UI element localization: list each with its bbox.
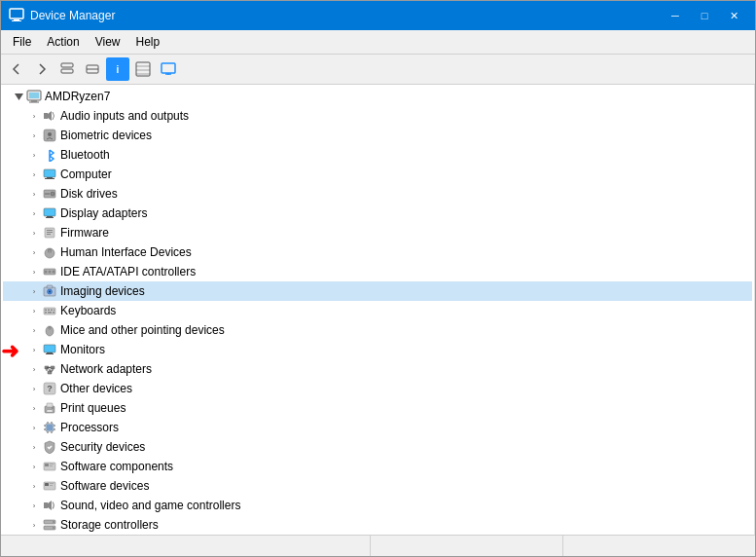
tree-root-item[interactable]: AMDRyzen7	[3, 87, 752, 106]
computer-expand-icon[interactable]: ›	[26, 167, 42, 182]
biometric-label: Biometric devices	[60, 129, 152, 142]
svg-rect-51	[48, 310, 50, 312]
sound-expand-icon[interactable]: ›	[26, 498, 42, 513]
print-expand-icon[interactable]: ›	[26, 400, 42, 416]
print-label: Print queues	[60, 401, 126, 415]
svg-rect-75	[47, 410, 53, 412]
monitors-expand-icon[interactable]: ›	[26, 342, 42, 357]
processors-expand-icon[interactable]: ›	[26, 420, 42, 435]
network-expand-icon[interactable]: ›	[26, 361, 42, 377]
audio-expand-icon[interactable]: ›	[26, 108, 42, 124]
toolbar-forward-button[interactable]	[30, 57, 54, 81]
tree-item-imaging[interactable]: › Imaging devices	[3, 281, 752, 301]
svg-marker-16	[15, 93, 23, 100]
root-expand-icon[interactable]	[11, 89, 26, 104]
biometric-expand-icon[interactable]: ›	[26, 128, 42, 143]
ide-label: IDE ATA/ATAPI controllers	[60, 265, 196, 278]
sound-icon	[42, 498, 57, 513]
display-icon	[42, 205, 57, 221]
tree-item-security[interactable]: › Security devices	[3, 437, 752, 457]
svg-marker-22	[48, 111, 52, 121]
other-expand-icon[interactable]: ›	[26, 381, 42, 396]
toolbar-properties-button[interactable]: i	[106, 57, 129, 81]
tree-item-display[interactable]: › Display adapters	[3, 204, 752, 223]
ide-expand-icon[interactable]: ›	[26, 264, 42, 279]
biometric-icon	[42, 128, 57, 143]
menu-help[interactable]: Help	[128, 32, 168, 52]
svg-rect-18	[29, 93, 39, 98]
menu-file[interactable]: File	[5, 32, 39, 52]
software-components-expand-icon[interactable]: ›	[26, 459, 42, 474]
disk-expand-icon[interactable]: ›	[26, 186, 42, 202]
tree-item-monitors[interactable]: › Monitors	[3, 340, 752, 359]
tree-item-sound[interactable]: › Sound, video and game controllers	[3, 496, 752, 515]
minimize-button[interactable]: ─	[662, 7, 689, 24]
svg-rect-27	[45, 178, 54, 179]
menu-action[interactable]: Action	[39, 32, 87, 52]
software-devices-label: Software devices	[60, 479, 149, 493]
processors-label: Processors	[60, 421, 119, 434]
tree-item-mice[interactable]: › Mice and other pointing devices	[3, 320, 752, 340]
toolbar-back-button[interactable]	[5, 57, 28, 81]
close-button[interactable]: ✕	[720, 7, 747, 24]
tree-item-keyboards[interactable]: › Keyboards	[3, 301, 752, 320]
svg-point-24	[48, 132, 52, 136]
keyboards-expand-icon[interactable]: ›	[26, 303, 42, 318]
network-label: Network adapters	[60, 362, 152, 376]
svg-point-43	[49, 271, 52, 274]
print-icon	[42, 400, 57, 416]
tree-item-computer[interactable]: › Computer	[3, 165, 752, 184]
tree-view[interactable]: ➜ AMDRyzen7	[1, 85, 755, 535]
tree-item-biometric[interactable]: › Biometric devices	[3, 126, 752, 145]
bluetooth-expand-icon[interactable]: ›	[26, 147, 42, 163]
svg-rect-19	[31, 101, 37, 102]
svg-point-44	[53, 271, 55, 274]
svg-rect-89	[50, 464, 54, 464]
tree-item-bluetooth[interactable]: › Bluetooth	[3, 145, 752, 165]
tree-item-storage[interactable]: › Storage controllers	[3, 515, 752, 535]
svg-rect-36	[47, 232, 53, 233]
tree-item-ide[interactable]: › IDE ATA/ATAPI controllers	[3, 262, 752, 281]
menu-view[interactable]: View	[88, 32, 128, 52]
status-segment-3	[563, 536, 755, 556]
mice-expand-icon[interactable]: ›	[26, 322, 42, 338]
security-expand-icon[interactable]: ›	[26, 439, 42, 455]
svg-point-100	[53, 527, 54, 529]
svg-rect-33	[46, 217, 54, 218]
maximize-button[interactable]: □	[691, 7, 718, 24]
tree-item-software-devices[interactable]: › Software devices	[3, 476, 752, 496]
imaging-expand-icon[interactable]: ›	[26, 283, 42, 299]
tree-item-hid[interactable]: › Human Interface Devices	[3, 242, 752, 262]
hid-label: Human Interface Devices	[60, 245, 192, 259]
hid-icon	[42, 244, 57, 260]
root-computer-icon	[26, 89, 42, 104]
svg-point-42	[45, 271, 48, 274]
firmware-expand-icon[interactable]: ›	[26, 225, 42, 241]
software-devices-expand-icon[interactable]: ›	[26, 478, 42, 494]
root-label: AMDRyzen7	[45, 90, 110, 103]
tree-item-disk[interactable]: › Disk drives	[3, 184, 752, 204]
tree-item-print[interactable]: › Print queues	[3, 398, 752, 418]
tree-item-processors[interactable]: › Processors	[3, 418, 752, 437]
hid-expand-icon[interactable]: ›	[26, 244, 42, 260]
tree-item-software-components[interactable]: › Software components	[3, 457, 752, 476]
tree-item-firmware[interactable]: › Firmware	[3, 223, 752, 242]
toolbar-monitor-button[interactable]	[157, 57, 180, 81]
toolbar-expand-button[interactable]	[55, 57, 79, 81]
toolbar-collapse-button[interactable]	[81, 57, 104, 81]
svg-rect-26	[47, 177, 53, 178]
toolbar-scan-button[interactable]	[131, 57, 155, 81]
title-bar-left: Device Manager	[9, 7, 115, 25]
mice-icon	[42, 322, 57, 338]
svg-text:i: i	[117, 64, 120, 75]
security-label: Security devices	[60, 440, 145, 454]
disk-label: Disk drives	[60, 187, 118, 201]
window-title: Device Manager	[30, 9, 115, 22]
firmware-icon	[42, 225, 57, 241]
display-expand-icon[interactable]: ›	[26, 205, 42, 221]
tree-item-network[interactable]: › Network adapters	[3, 359, 752, 379]
security-icon	[42, 439, 57, 455]
tree-item-other[interactable]: › ? Other devices	[3, 379, 752, 398]
tree-item-audio[interactable]: › Audio inputs and outputs	[3, 106, 752, 126]
storage-expand-icon[interactable]: ›	[26, 517, 42, 533]
